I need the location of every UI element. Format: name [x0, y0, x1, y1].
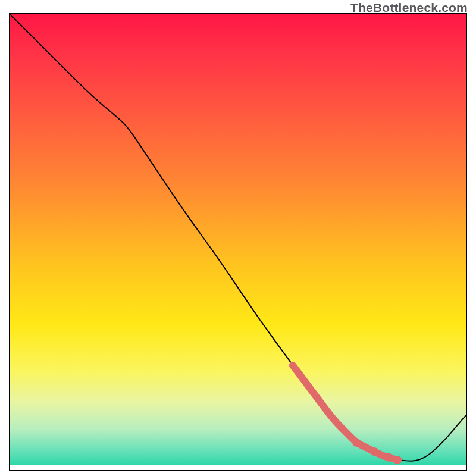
highlight-segment-line: [293, 365, 393, 459]
highlight-point: [393, 456, 402, 464]
chart-svg: [10, 14, 466, 470]
highlight-point: [352, 439, 361, 447]
bottleneck-curve-line: [10, 14, 466, 461]
highlight-points-group: [352, 439, 402, 464]
bottom-edge-strip: [10, 465, 466, 470]
highlight-point: [371, 447, 379, 456]
chart-plot-area: [9, 13, 467, 471]
highlight-point: [384, 453, 393, 462]
